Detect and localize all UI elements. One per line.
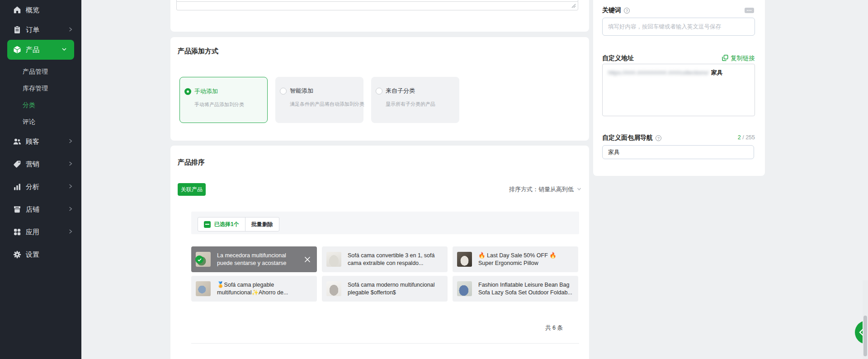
checkbox-indeterminate-icon[interactable] — [204, 221, 211, 228]
keyword-label-row: 关键词 ? — [602, 6, 630, 14]
home-icon — [13, 5, 22, 14]
sidebar-products-submenu: 产品管理 库存管理 分类 评论 — [0, 63, 81, 130]
option-description: 显示所有子分类的产品 — [386, 101, 455, 108]
option-label: 来自子分类 — [386, 87, 415, 95]
bulk-delete-label: 批量删除 — [251, 221, 273, 228]
product-item-selected[interactable]: La mecedora multifuncional puede sentars… — [191, 246, 317, 272]
radio-selected-icon[interactable] — [184, 88, 191, 95]
breadcrumb-label-row: 自定义面包屑导航 ? — [602, 134, 661, 142]
product-thumbnail — [326, 281, 341, 296]
product-thumbnail — [196, 281, 211, 296]
blurred-url-text: https://###.#########.###/collections/ — [608, 69, 709, 76]
help-circle-icon[interactable]: ? — [624, 8, 630, 14]
bulk-delete-button[interactable]: 批量删除 — [245, 217, 279, 231]
radio-unselected-icon[interactable] — [280, 88, 287, 94]
breadcrumb-input[interactable] — [602, 145, 754, 159]
product-item[interactable]: Sofá cama convertible 3 en 1, sofá cama … — [322, 246, 448, 272]
add-method-card: 产品添加方式 手动添加 手动将产品添加到分类 智能添加 满足条件的产品将自动添加… — [170, 37, 589, 141]
selection-toolbar: 已选择1个 批量删除 — [191, 212, 579, 234]
sidebar: 概览 订单 产品 产品管理 库存管理 分类 评论 — [0, 0, 81, 359]
selection-segmented-control: 已选择1个 批量删除 — [198, 217, 279, 231]
char-count-current: 2 — [738, 134, 741, 141]
option-description: 满足条件的产品将自动添加到分类 — [290, 101, 359, 108]
sidebar-item-customers[interactable]: 顾客 — [0, 130, 81, 153]
sorting-title: 产品排序 — [178, 158, 205, 167]
scrollbar-thumb[interactable] — [863, 316, 867, 356]
sidebar-item-label: 顾客 — [26, 137, 39, 146]
product-title: 🏅Sofá cama plegable multifuncional✨Ahorr… — [217, 281, 311, 297]
option-from-subcollections[interactable]: 来自子分类 显示所有子分类的产品 — [371, 77, 459, 123]
product-title: 🔥 Last Day Sale 50% OFF 🔥 Super Ergonomi… — [478, 252, 573, 267]
customers-icon — [13, 137, 22, 146]
sidebar-subitem-reviews[interactable]: 评论 — [0, 113, 81, 130]
selected-count-toggle[interactable]: 已选择1个 — [198, 217, 245, 231]
custom-url-label: 自定义地址 — [602, 54, 634, 62]
product-item[interactable]: Sofá cama moderno multifuncional plegabl… — [322, 276, 448, 302]
sidebar-item-settings[interactable]: 设置 — [0, 243, 81, 266]
sidebar-item-label: 设置 — [26, 250, 39, 259]
sidebar-item-label: 订单 — [26, 26, 39, 34]
sidebar-item-products-active[interactable]: 产品 — [7, 40, 74, 60]
chevron-right-icon — [67, 26, 74, 34]
product-title: Sofá cama convertible 3 en 1, sofá cama … — [348, 252, 442, 267]
marketing-tag-icon — [13, 160, 22, 169]
sidebar-subitem-collections-active[interactable]: 分类 — [0, 97, 81, 113]
copy-link-button[interactable]: 复制链接 — [722, 54, 755, 62]
apps-grid-icon — [13, 227, 22, 236]
sidebar-item-store[interactable]: 店铺 — [0, 198, 81, 221]
product-thumbnail — [326, 252, 341, 267]
collection-settings-panel: 关键词 ? ••• 自定义地址 复制链接 https://###.#######… — [593, 0, 765, 176]
link-products-button[interactable]: 关联产品 — [178, 183, 206, 196]
product-grid: La mecedora multifuncional puede sentars… — [191, 246, 580, 302]
keyword-input[interactable] — [602, 18, 755, 36]
resize-handle-icon[interactable] — [571, 3, 577, 9]
product-item[interactable]: 🔥 Last Day Sale 50% OFF 🔥 Super Ergonomi… — [453, 246, 578, 272]
sort-method-label: 排序方式：销量从高到低 — [509, 185, 574, 194]
settings-gear-icon — [13, 250, 22, 259]
keyword-label: 关键词 — [602, 6, 621, 14]
app-screen: 概览 订单 产品 产品管理 库存管理 分类 评论 — [0, 0, 868, 359]
chevron-down-icon — [576, 186, 582, 193]
char-count-max: / 255 — [742, 134, 755, 141]
sidebar-item-apps[interactable]: 应用 — [0, 221, 81, 243]
sidebar-item-marketing[interactable]: 营销 — [0, 153, 81, 175]
breadcrumb-label: 自定义面包屑导航 — [602, 134, 653, 142]
sidebar-subitem-product-management[interactable]: 产品管理 — [0, 63, 81, 80]
custom-url-textarea[interactable]: https://###.#########.###/collections/家具 — [602, 64, 755, 116]
option-smart-add[interactable]: 智能添加 满足条件的产品将自动添加到分类 — [275, 77, 363, 123]
copy-link-label: 复制链接 — [731, 54, 755, 62]
more-dots-icon[interactable]: ••• — [745, 8, 754, 13]
option-description: 手动将产品添加到分类 — [194, 101, 263, 108]
url-suffix-text: 家具 — [711, 69, 723, 76]
option-label: 智能添加 — [290, 87, 313, 95]
radio-unselected-icon[interactable] — [376, 88, 382, 94]
selected-count-label: 已选择1个 — [214, 221, 239, 228]
sidebar-item-analytics[interactable]: 分析 — [0, 175, 81, 198]
close-x-icon[interactable] — [304, 256, 311, 263]
copy-icon — [722, 55, 728, 62]
product-title: Fashion Inflatable Leisure Bean Bag Sofa… — [478, 281, 573, 297]
sort-method-selector[interactable]: 排序方式：销量从高到低 — [509, 185, 582, 194]
sidebar-item-label: 店铺 — [26, 205, 39, 214]
store-icon — [13, 205, 22, 214]
sidebar-item-label: 概览 — [26, 6, 39, 14]
analytics-bars-icon — [13, 182, 22, 191]
sidebar-item-label: 分析 — [26, 183, 39, 191]
char-counter: 2 / 255 — [738, 134, 755, 141]
chevron-right-icon — [67, 160, 74, 169]
sidebar-subitem-inventory[interactable]: 库存管理 — [0, 80, 81, 97]
chevron-right-icon — [67, 228, 74, 236]
option-manual-add[interactable]: 手动添加 手动将产品添加到分类 — [179, 77, 268, 123]
sidebar-item-orders[interactable]: 订单 — [0, 20, 81, 40]
chevron-right-icon — [67, 137, 74, 146]
sidebar-item-label: 营销 — [26, 160, 39, 169]
product-item[interactable]: Fashion Inflatable Leisure Bean Bag Sofa… — [453, 276, 578, 302]
product-title: Sofá cama moderno multifuncional plegabl… — [348, 281, 442, 297]
chevron-down-icon — [61, 46, 68, 54]
sidebar-item-overview[interactable]: 概览 — [0, 0, 81, 20]
check-badge-icon — [195, 255, 203, 264]
chevron-right-icon — [67, 205, 74, 214]
product-item[interactable]: 🏅Sofá cama plegable multifuncional✨Ahorr… — [191, 276, 317, 302]
section-divider — [191, 343, 579, 344]
help-circle-icon[interactable]: ? — [656, 135, 661, 141]
